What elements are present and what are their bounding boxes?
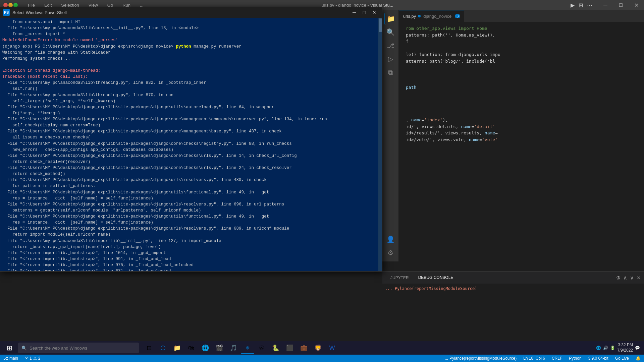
code-line-1: rom other_app.views import Home bbox=[399, 25, 644, 32]
statusbar-encoding[interactable]: CRLF bbox=[548, 356, 566, 361]
panel-maximize-icon[interactable]: ∨ bbox=[630, 275, 634, 281]
statusbar-branch[interactable]: ⎇ main bbox=[0, 355, 21, 362]
taskbar-search-text: Search the web and Windows bbox=[30, 346, 87, 351]
debug-icon[interactable]: ▷ bbox=[384, 53, 396, 65]
code-line-16: id/', views.details, name='detail' bbox=[399, 123, 644, 130]
code-line-14 bbox=[399, 110, 644, 117]
code-line-8 bbox=[399, 71, 644, 78]
window-restore-button[interactable]: □ bbox=[613, 0, 629, 10]
bottom-panel-actions: ⚗ ∧ ∨ ✕ bbox=[616, 275, 641, 281]
tab-jupyter[interactable]: JUPYTER bbox=[386, 274, 414, 282]
pylance-text: ... bbox=[445, 356, 448, 361]
taskbar-spotify[interactable]: 🎵 bbox=[227, 342, 240, 354]
statusbar-language[interactable]: Python bbox=[566, 356, 585, 361]
taskbar-edge[interactable]: ⬡ bbox=[156, 342, 170, 354]
taskbar-date-value: 7/9/2022 bbox=[617, 348, 633, 353]
code-line-11 bbox=[399, 90, 644, 97]
powershell-titlebar: PS Select Windows PowerShell ─ □ ✕ bbox=[0, 7, 382, 18]
tab-debug-console[interactable]: DEBUG CONSOLE bbox=[414, 273, 458, 282]
powershell-title: Select Windows PowerShell bbox=[12, 10, 346, 15]
taskbar-battery-icon[interactable]: 🔋 bbox=[610, 346, 615, 350]
code-line-17: id>/results/', views.results, name= bbox=[399, 130, 644, 136]
editor-content: rom other_app.views import Home patterns… bbox=[399, 22, 644, 146]
statusbar-python-version[interactable]: 3.9.0 64-bit bbox=[585, 356, 612, 361]
error-count: 1 bbox=[30, 356, 32, 361]
panel-close-icon[interactable]: ✕ bbox=[637, 275, 641, 281]
ps-scrollbar[interactable] bbox=[378, 18, 382, 271]
tab-modified-indicator bbox=[418, 15, 421, 17]
git-branch-icon: ⎇ bbox=[3, 356, 8, 361]
powershell-controls: ─ □ ✕ bbox=[349, 8, 379, 17]
taskbar-search-icon: 🔍 bbox=[21, 346, 27, 351]
taskbar-vscode[interactable]: ⎈ bbox=[241, 342, 254, 354]
taskbar-volume-icon[interactable]: 🔊 bbox=[603, 346, 608, 350]
panel-minimize-icon[interactable]: ∧ bbox=[623, 275, 627, 281]
taskbar-apps: ⊡ ⬡ 📁 🛍 🌐 🎬 🎵 ⎈ ♾ 🐍 ⬛ 💼 🦁 W bbox=[142, 342, 339, 354]
statusbar-right: ... Pylance(reportMissingModuleSource) L… bbox=[441, 356, 644, 361]
statusbar-notifications[interactable]: 🔔 bbox=[632, 356, 644, 361]
taskbar-network-icon[interactable]: 🌐 bbox=[596, 346, 601, 350]
editor-tab-bar: urls.py django_novice 3 bbox=[399, 10, 644, 22]
taskbar-brave[interactable]: 🦁 bbox=[311, 342, 325, 354]
git-icon[interactable]: ⎇ bbox=[384, 40, 396, 52]
tab-filename: urls.py bbox=[403, 14, 416, 19]
code-line-3: f bbox=[399, 38, 644, 45]
activity-bar: 📁 🔍 ⎇ ▷ ⧉ 👤 ⚙ bbox=[382, 10, 398, 261]
editor-area: urls.py django_novice 3 rom other_app.vi… bbox=[399, 10, 644, 272]
search-icon[interactable]: 🔍 bbox=[384, 26, 396, 38]
more-actions-button[interactable]: ⋯ bbox=[586, 1, 594, 10]
taskbar-app-12[interactable]: 💼 bbox=[297, 342, 311, 354]
debug-console-content: ... Pylance(reportMissingModuleSource) bbox=[382, 284, 644, 294]
code-line-5: le() function: from django.urls impo bbox=[399, 51, 644, 58]
ps-maximize-button[interactable]: □ bbox=[359, 8, 369, 17]
taskbar-python[interactable]: 🐍 bbox=[269, 342, 282, 354]
powershell-icon: PS bbox=[3, 9, 10, 16]
ps-minimize-button[interactable]: ─ bbox=[349, 8, 359, 17]
tab-project: django_novice bbox=[423, 14, 451, 19]
start-button[interactable]: ⊞ bbox=[1, 341, 17, 355]
git-branch-name: main bbox=[9, 356, 18, 361]
code-line-12 bbox=[399, 97, 644, 104]
filter-icon[interactable]: ⚗ bbox=[616, 275, 621, 281]
statusbar-golive[interactable]: Go Live bbox=[612, 356, 632, 361]
taskbar-time[interactable]: 3:32 PM 7/9/2022 bbox=[617, 343, 633, 353]
window-close-button[interactable]: ✕ bbox=[629, 0, 644, 10]
pylance-label: Pylance(reportMissingModuleSource) bbox=[449, 356, 517, 361]
settings-icon[interactable]: ⚙ bbox=[384, 247, 396, 259]
taskbar-media[interactable]: 🎬 bbox=[213, 342, 226, 354]
bottom-tab-bar: JUPYTER DEBUG CONSOLE ⚗ ∧ ∨ ✕ bbox=[382, 272, 644, 284]
run-button[interactable]: ▶ bbox=[569, 1, 576, 10]
titlebar-controls: ▶ ⊞ ⋯ ─ □ ✕ bbox=[569, 0, 644, 10]
account-icon[interactable]: 👤 bbox=[384, 233, 396, 245]
taskbar-search[interactable]: 🔍 Search the web and Windows bbox=[18, 343, 139, 353]
split-editor-button[interactable]: ⊞ bbox=[577, 1, 584, 10]
warning-icon: ⚠ bbox=[33, 356, 37, 361]
statusbar-errors[interactable]: ✕ 1 ⚠ 2 bbox=[21, 355, 44, 362]
code-line-9 bbox=[399, 77, 644, 84]
code-line-4 bbox=[399, 45, 644, 52]
taskbar-chrome[interactable]: 🌐 bbox=[199, 342, 212, 354]
window-minimize-button[interactable]: ─ bbox=[598, 0, 613, 10]
taskbar-cmd[interactable]: ⬛ bbox=[283, 342, 297, 354]
powershell-window: PS Select Windows PowerShell ─ □ ✕ from … bbox=[0, 7, 382, 272]
taskbar-notification-icon[interactable]: 💬 bbox=[635, 346, 640, 350]
taskbar: ⊞ 🔍 Search the web and Windows ⊡ ⬡ 📁 🛍 🌐… bbox=[0, 341, 644, 355]
code-line-6: atterns: path('blog/', include('bl bbox=[399, 58, 644, 65]
status-bar: ⎇ main ✕ 1 ⚠ 2 ... Pylance(reportMissing… bbox=[0, 355, 644, 362]
extensions-icon[interactable]: ⧉ bbox=[384, 66, 396, 78]
taskbar-cortana[interactable]: ⊡ bbox=[142, 342, 156, 354]
code-line-18: id>/vote/', views.vote, name='vote' bbox=[399, 136, 644, 143]
ps-close-button[interactable]: ✕ bbox=[369, 8, 379, 17]
editor-tab[interactable]: urls.py django_novice 3 bbox=[399, 10, 464, 22]
explorer-icon[interactable]: 📁 bbox=[384, 13, 396, 25]
powershell-content[interactable]: from curses.ascii import HT File "c:\use… bbox=[0, 18, 378, 271]
activity-bar-bottom: 👤 ⚙ bbox=[384, 233, 396, 259]
ps-scrollbar-thumb[interactable] bbox=[379, 18, 382, 32]
code-line-13 bbox=[399, 104, 644, 110]
taskbar-git[interactable]: ♾ bbox=[255, 342, 268, 354]
taskbar-word[interactable]: W bbox=[325, 342, 339, 354]
statusbar-pylance[interactable]: ... Pylance(reportMissingModuleSource) bbox=[441, 356, 520, 361]
taskbar-store[interactable]: 🛍 bbox=[184, 342, 198, 354]
statusbar-position[interactable]: Ln 18, Col 6 bbox=[520, 356, 548, 361]
taskbar-explorer[interactable]: 📁 bbox=[170, 342, 184, 354]
